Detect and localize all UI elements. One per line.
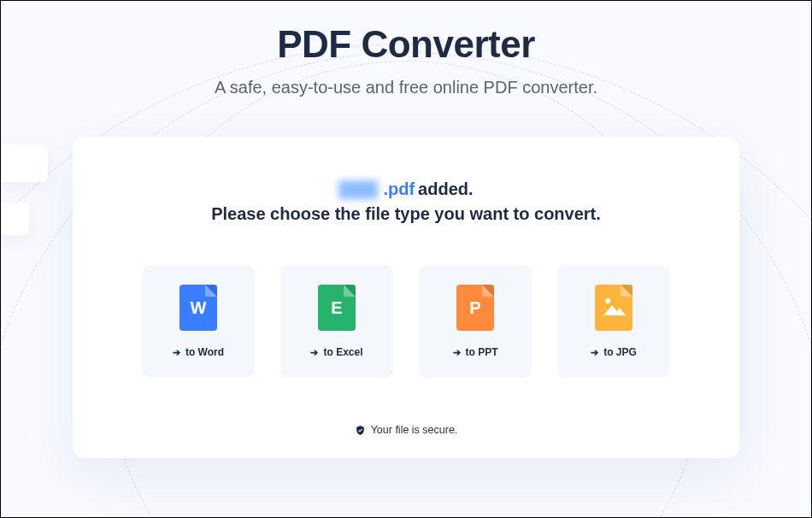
- image-icon: [603, 300, 624, 315]
- convert-to-excel-button[interactable]: E ➔ to Excel: [280, 265, 393, 378]
- converter-panel: .pdf added. Please choose the file type …: [73, 137, 739, 458]
- instruction-text: Please choose the file type you want to …: [211, 204, 601, 224]
- convert-to-word-button[interactable]: W ➔ to Word: [142, 265, 255, 378]
- secure-text: Your file is secure.: [371, 424, 458, 436]
- convert-to-jpg-label: ➔ to JPG: [591, 346, 637, 358]
- convert-to-jpg-button[interactable]: ➔ to JPG: [557, 265, 670, 378]
- arrow-right-icon: ➔: [173, 347, 180, 358]
- convert-options: W ➔ to Word E ➔ to Excel: [142, 265, 670, 378]
- file-name-redacted: [338, 180, 378, 199]
- excel-file-icon: E: [318, 285, 356, 331]
- page-title: PDF Converter: [277, 23, 535, 66]
- convert-to-ppt-label: ➔ to PPT: [453, 346, 498, 358]
- file-added-line: .pdf added.: [338, 180, 473, 199]
- secure-notice: Your file is secure.: [355, 424, 458, 436]
- arrow-right-icon: ➔: [591, 347, 598, 358]
- file-added-suffix: added.: [418, 180, 473, 199]
- excel-icon-letter: E: [331, 298, 342, 318]
- word-icon-letter: W: [191, 298, 207, 318]
- arrow-right-icon: ➔: [453, 347, 461, 358]
- page-subtitle: A safe, easy-to-use and free online PDF …: [215, 78, 597, 97]
- ppt-file-icon: P: [456, 285, 494, 331]
- convert-to-ppt-button[interactable]: P ➔ to PPT: [419, 265, 532, 378]
- arrow-right-icon: ➔: [310, 347, 318, 358]
- word-file-icon: W: [179, 285, 217, 331]
- jpg-file-icon: [595, 285, 633, 331]
- convert-to-word-label: ➔ to Word: [173, 346, 224, 358]
- shield-check-icon: [355, 425, 366, 436]
- file-extension: .pdf: [383, 180, 415, 199]
- ppt-icon-letter: P: [469, 298, 480, 318]
- convert-to-excel-label: ➔ to Excel: [310, 346, 362, 358]
